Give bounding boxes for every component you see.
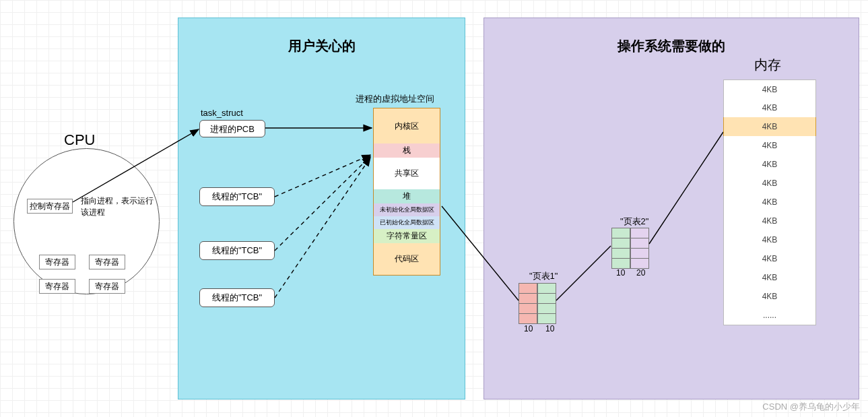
- task-struct-label: task_struct: [201, 108, 243, 118]
- page-table-2-num: 10: [616, 268, 625, 278]
- register-box: 寄存器: [39, 255, 75, 269]
- pcb-box: 进程的PCB: [199, 120, 265, 137]
- user-panel-title: 用户关心的: [178, 37, 465, 55]
- pt1-cell: [537, 293, 556, 304]
- watermark: CSDN @养乌龟的小少年: [762, 401, 860, 413]
- memory-cell: 4KB: [723, 287, 816, 307]
- memory-title: 内存: [754, 56, 781, 74]
- pt2-cell: [630, 238, 649, 249]
- vas-segment: 栈: [373, 143, 440, 158]
- memory-cell: 4KB: [723, 155, 816, 174]
- register-box: 寄存器: [39, 279, 75, 294]
- memory-cell: 4KB: [723, 98, 816, 118]
- cpu-title: CPU: [64, 131, 95, 149]
- memory-cell: 4KB: [723, 268, 816, 288]
- tcb-box: 线程的"TCB": [199, 288, 275, 307]
- memory-cell: 4KB: [723, 249, 816, 269]
- pt2-cell: [630, 228, 649, 238]
- cpu-circle: [13, 148, 160, 294]
- pt2-cell: [611, 228, 630, 238]
- pt1-cell: [537, 313, 556, 324]
- tcb-box: 线程的"TCB": [199, 187, 275, 206]
- pt2-cell: [611, 258, 630, 269]
- pt2-cell: [611, 238, 630, 249]
- memory-cell: 4KB: [723, 212, 816, 231]
- os-panel-title: 操作系统需要做的: [484, 37, 859, 55]
- pt2-cell: [611, 248, 630, 259]
- memory-cell: 4KB: [723, 174, 816, 193]
- vas-segment: 字符常量区: [373, 229, 440, 244]
- page-table-2-num: 20: [636, 268, 645, 278]
- pt1-cell: [519, 313, 537, 324]
- register-box: 寄存器: [89, 255, 125, 269]
- vas-segment: 未初始化全局数据区: [373, 203, 440, 217]
- vas-segment: 共享区: [373, 158, 440, 190]
- pt1-cell: [519, 293, 537, 304]
- memory-cell: 4KB: [723, 136, 816, 156]
- page-table-1-label: "页表1": [529, 270, 558, 282]
- pt1-cell: [519, 303, 537, 314]
- pt2-cell: [630, 258, 649, 269]
- vas-segment: 已初始化全局数据区: [373, 216, 440, 230]
- page-table-1-num: 10: [524, 324, 533, 333]
- pt1-cell: [537, 283, 556, 294]
- memory-cell: 4KB: [723, 117, 816, 137]
- page-table-2-label: "页表2": [620, 216, 648, 228]
- tcb-box: 线程的"TCB": [199, 241, 275, 260]
- pt2-cell: [630, 248, 649, 259]
- page-table-1-num: 10: [545, 324, 554, 333]
- vas-segment: 内核区: [373, 108, 440, 144]
- memory-cell: 4KB: [723, 79, 816, 99]
- memory-cell: 4KB: [723, 230, 816, 250]
- pt1-cell: [519, 283, 537, 294]
- vas-segment: 代码区: [373, 243, 440, 276]
- control-register-box: 控制寄存器: [27, 199, 73, 214]
- vas-label: 进程的虚拟地址空间: [356, 93, 434, 105]
- register-box: 寄存器: [89, 279, 125, 294]
- memory-cell: ......: [723, 306, 816, 325]
- vas-segment: 堆: [373, 189, 440, 204]
- cpu-note: 指向进程，表示运行该进程: [81, 195, 155, 218]
- pt1-cell: [537, 303, 556, 314]
- memory-cell: 4KB: [723, 193, 816, 212]
